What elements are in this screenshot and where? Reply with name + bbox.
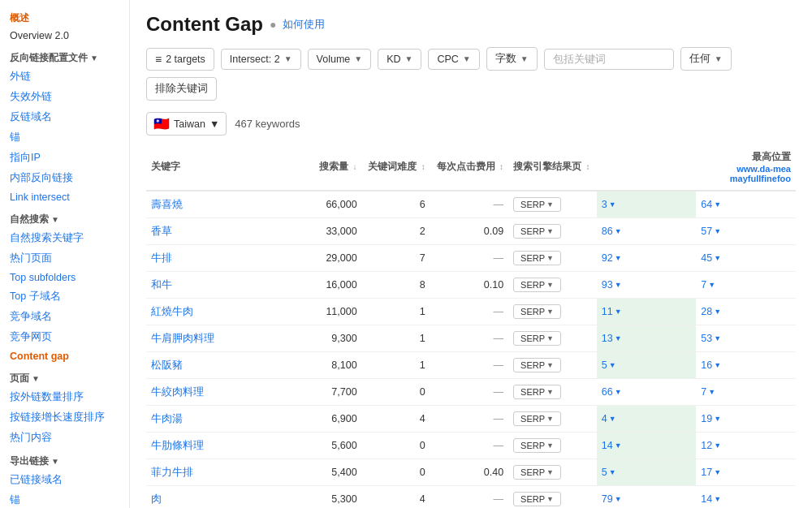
sidebar-backlink-config[interactable]: 反向链接配置文件 ▼ [0, 45, 129, 67]
sidebar-item-ip[interactable]: 指向IP [0, 148, 129, 168]
keyword-link[interactable]: 和牛 [151, 279, 172, 291]
any-button[interactable]: 任何 ▼ [680, 47, 732, 71]
sidebar-item-anchors[interactable]: 锚 [0, 127, 129, 148]
include-keywords-input[interactable] [544, 49, 674, 70]
volume-button[interactable]: Volume ▼ [308, 49, 372, 70]
serp-button[interactable]: SERP▼ [513, 331, 561, 346]
pos2-value[interactable]: 45▼ [701, 252, 791, 264]
serp-button[interactable]: SERP▼ [513, 492, 561, 506]
sidebar-overview-2[interactable]: Overview 2.0 [0, 27, 129, 45]
help-link[interactable]: 如何使用 [283, 17, 325, 32]
pos1-value[interactable]: 86▼ [602, 226, 692, 237]
pos1-value[interactable]: 79▼ [602, 493, 692, 505]
sidebar-item-top-subfolders[interactable]: Top subfolders [0, 269, 129, 286]
cpc-arrow: ▼ [463, 54, 471, 63]
pos1-value[interactable]: 3▼ [602, 199, 692, 210]
pos2-value[interactable]: 64▼ [701, 199, 791, 210]
serp-button[interactable]: SERP▼ [513, 358, 561, 372]
pos1-value[interactable]: 11▼ [602, 306, 692, 317]
pos2-value[interactable]: 57▼ [701, 226, 791, 237]
serp-button[interactable]: SERP▼ [513, 304, 561, 319]
serp-button[interactable]: SERP▼ [513, 224, 561, 239]
sidebar-item-outbound-anchors[interactable]: 锚 [0, 490, 129, 508]
cpc-cell: — [430, 299, 508, 325]
sidebar-item-external-links[interactable]: 外链 [0, 67, 129, 87]
cpc-cell: — [430, 325, 508, 352]
sidebar-organic-search[interactable]: 自然搜索 ▼ [0, 206, 129, 228]
sidebar-item-linked-domains[interactable]: 已链接域名 [0, 470, 129, 490]
keyword-link[interactable]: 牛肩胛肉料理 [151, 333, 214, 344]
pos1-value[interactable]: 14▼ [602, 440, 692, 451]
serp-button[interactable]: SERP▼ [513, 438, 561, 453]
pos1-value[interactable]: 13▼ [602, 333, 692, 344]
sidebar-item-by-growth[interactable]: 按链接增长速度排序 [0, 407, 129, 428]
sidebar-item-internal-backlinks[interactable]: 内部反向链接 [0, 168, 129, 188]
sidebar-item-content-gap[interactable]: Content gap [0, 347, 129, 365]
serp-button[interactable]: SERP▼ [513, 385, 561, 399]
keyword-link[interactable]: 紅燒牛肉 [151, 306, 193, 317]
pos1-value[interactable]: 4▼ [602, 413, 692, 424]
keyword-link[interactable]: 牛肋條料理 [151, 440, 204, 451]
col-serp[interactable]: 搜索引擎结果页 ↕ [508, 144, 597, 191]
col-volume[interactable]: 搜索量 ↓ [296, 144, 362, 191]
sidebar-item-competing-pages[interactable]: 竞争网页 [0, 327, 129, 347]
keyword-link[interactable]: 壽喜燒 [151, 199, 183, 210]
sidebar-item-organic-keywords[interactable]: 自然搜索关键字 [0, 228, 129, 248]
pos2-value[interactable]: 53▼ [701, 333, 791, 344]
serp-button[interactable]: SERP▼ [513, 411, 561, 426]
exclude-button[interactable]: 排除关键词 [146, 77, 217, 101]
sidebar-item-top-subdomains[interactable]: Top 子域名 [0, 286, 129, 307]
sidebar-item-top-pages[interactable]: 热门页面 [0, 248, 129, 269]
kd-button[interactable]: KD ▼ [378, 49, 421, 70]
keyword-link[interactable]: 菲力牛排 [151, 467, 193, 478]
serp-button[interactable]: SERP▼ [513, 251, 561, 265]
sidebar-item-best-content[interactable]: 热门内容 [0, 428, 129, 448]
pos2-value[interactable]: 7▼ [701, 386, 791, 398]
keyword-link[interactable]: 香草 [151, 226, 172, 237]
pos1-value[interactable]: 93▼ [602, 279, 692, 291]
serp-button[interactable]: SERP▼ [513, 278, 561, 292]
kd-cell: 8 [362, 272, 430, 299]
sidebar-item-link-intersect[interactable]: Link intersect [0, 188, 129, 206]
col-kd[interactable]: 关键词难度 ↕ [362, 144, 430, 191]
keyword-link[interactable]: 牛絞肉料理 [151, 386, 204, 398]
pos2-value[interactable]: 17▼ [701, 467, 791, 478]
pos2-value[interactable]: 7▼ [701, 279, 791, 291]
cpc-button[interactable]: CPC ▼ [428, 49, 479, 70]
sidebar-item-referring-domains[interactable]: 反链域名 [0, 107, 129, 127]
sidebar-item-competing-domains[interactable]: 竞争域名 [0, 307, 129, 327]
chars-button[interactable]: 字数 ▼ [486, 47, 538, 71]
serp-cell: SERP▼ [508, 486, 597, 509]
pos2-value[interactable]: 12▼ [701, 440, 791, 451]
intersect-button[interactable]: Intersect: 2 ▼ [221, 49, 301, 70]
pos1-value[interactable]: 66▼ [602, 386, 692, 398]
pos2-value[interactable]: 28▼ [701, 306, 791, 317]
sidebar-item-broken-links[interactable]: 失效外链 [0, 87, 129, 107]
sidebar-overview[interactable]: 概述 [0, 6, 129, 27]
pos2-value[interactable]: 19▼ [701, 413, 791, 424]
country-button[interactable]: 🇹🇼 Taiwan ▼ [146, 112, 227, 136]
targets-button[interactable]: ≡ 2 targets [146, 48, 214, 71]
kd-cell: 1 [362, 299, 430, 325]
serp-cell: SERP▼ [508, 299, 597, 325]
keyword-link[interactable]: 松阪豬 [151, 359, 183, 371]
col-cpc[interactable]: 每次点击费用 ↕ [430, 144, 508, 191]
keyword-link[interactable]: 肉 [151, 493, 162, 505]
keyword-link[interactable]: 牛肉湯 [151, 413, 183, 424]
pos1-value[interactable]: 5▼ [602, 359, 692, 371]
kd-sort-icon: ↕ [421, 162, 425, 171]
pos2-value[interactable]: 16▼ [701, 359, 791, 371]
cpc-cell: 0.09 [430, 218, 508, 245]
sidebar-outbound[interactable]: 导出链接 ▼ [0, 448, 129, 470]
sidebar-item-by-links[interactable]: 按外链数量排序 [0, 387, 129, 407]
kd-cell: 4 [362, 486, 430, 509]
keyword-link[interactable]: 牛排 [151, 252, 172, 264]
sidebar-pages[interactable]: 页面 ▼ [0, 365, 129, 387]
pos2-value[interactable]: 14▼ [701, 493, 791, 505]
serp-button[interactable]: SERP▼ [513, 465, 561, 480]
pos1-value[interactable]: 92▼ [602, 252, 692, 264]
kd-cell: 6 [362, 191, 430, 218]
pos1-value[interactable]: 5▼ [602, 467, 692, 478]
serp-button[interactable]: SERP▼ [513, 197, 561, 212]
table-row: 牛肉湯6,9004—SERP▼4▼19▼ [146, 406, 796, 433]
